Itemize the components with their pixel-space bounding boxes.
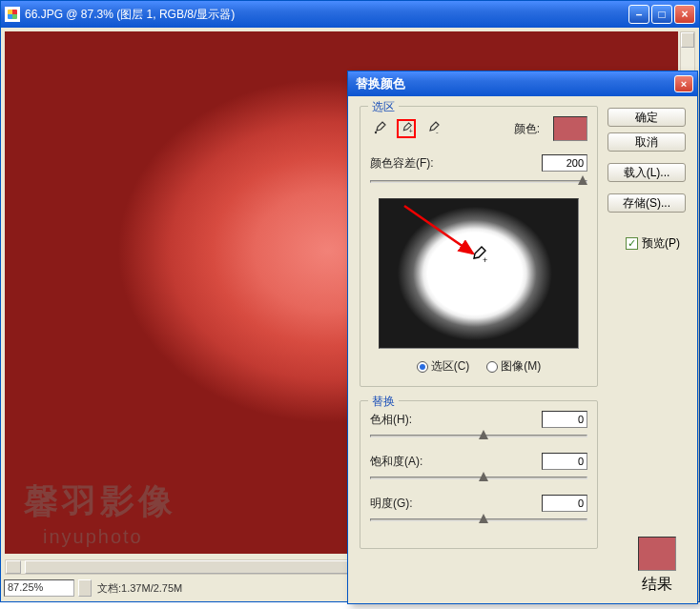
replace-color-dialog: 替换颜色 × 选区 + - 颜色: 颜色容差(F):: [347, 71, 698, 604]
doc-titlebar: 66.JPG @ 87.3% (图层 1, RGB/8/显示器) – □ ×: [1, 1, 699, 28]
radio-selection-icon: [417, 361, 428, 373]
cancel-button[interactable]: 取消: [607, 132, 686, 152]
radio-selection[interactable]: 选区(C): [417, 358, 470, 375]
svg-point-0: [375, 132, 377, 133]
hue-slider[interactable]: [370, 430, 587, 443]
preview-checkbox[interactable]: ✓ 预览(P): [626, 235, 680, 252]
fuzziness-label: 颜色容差(F):: [370, 155, 536, 172]
zoom-input[interactable]: 87.25%: [4, 579, 74, 597]
preview-checkbox-label: 预览(P): [642, 235, 680, 252]
doc-info-value: 1.37M/2.75M: [121, 582, 182, 594]
saturation-label: 饱和度(A):: [370, 454, 427, 470]
selection-group: 选区 + - 颜色: 颜色容差(F):: [360, 106, 598, 387]
lightness-slider[interactable]: [370, 514, 587, 527]
saturation-input[interactable]: [542, 453, 587, 470]
fuzziness-input[interactable]: [542, 154, 587, 172]
saturation-slider[interactable]: [370, 472, 587, 485]
hue-input[interactable]: [542, 411, 587, 428]
preview-mode-radios: 选区(C) 图像(M): [370, 358, 587, 375]
svg-text:-: -: [436, 128, 439, 136]
lightness-input[interactable]: [542, 495, 587, 512]
dialog-titlebar[interactable]: 替换颜色 ×: [348, 71, 697, 96]
selection-preview[interactable]: [379, 198, 579, 349]
minimize-button[interactable]: –: [628, 5, 649, 24]
fuzziness-slider[interactable]: [370, 175, 587, 189]
maximize-button[interactable]: □: [651, 5, 672, 24]
lightness-row: 明度(G):: [370, 495, 587, 512]
window-controls: – □ ×: [628, 1, 699, 28]
doc-info-label: 文档:: [97, 581, 121, 596]
hue-label: 色相(H):: [370, 412, 427, 428]
result-label: 结果: [642, 575, 672, 595]
ok-button[interactable]: 确定: [607, 108, 686, 127]
svg-text:+: +: [409, 128, 413, 134]
eyedropper-add-icon[interactable]: +: [397, 119, 416, 138]
radio-image[interactable]: 图像(M): [486, 358, 541, 375]
watermark-text-1: 馨羽影像: [24, 478, 176, 525]
dialog-button-column: 确定 取消 载入(L)... 存储(S)...: [607, 108, 686, 213]
slider-track: [370, 180, 587, 183]
slider-thumb[interactable]: [578, 175, 587, 185]
load-button[interactable]: 载入(L)...: [607, 163, 686, 182]
dialog-title: 替换颜色: [356, 75, 674, 92]
checkbox-icon: ✓: [626, 237, 638, 250]
document-title: 66.JPG @ 87.3% (图层 1, RGB/8/显示器): [25, 7, 628, 23]
scroll-left-icon[interactable]: [6, 560, 21, 574]
result-column: 结果: [638, 537, 676, 595]
lightness-label: 明度(G):: [370, 496, 427, 512]
eyedropper-subtract-icon[interactable]: -: [423, 119, 443, 138]
close-button[interactable]: ×: [674, 5, 695, 24]
color-label: 颜色:: [514, 121, 540, 137]
eyedropper-icon[interactable]: [370, 119, 389, 138]
scroll-up-icon[interactable]: [681, 32, 694, 48]
save-button[interactable]: 存储(S)...: [607, 193, 686, 213]
saturation-row: 饱和度(A):: [370, 453, 587, 470]
hue-row: 色相(H):: [370, 411, 587, 428]
app-icon: [5, 7, 20, 22]
result-swatch[interactable]: [638, 537, 676, 571]
replace-group-label: 替换: [368, 394, 399, 410]
selection-group-label: 选区: [368, 99, 399, 115]
eyedropper-row: + - 颜色:: [370, 116, 587, 141]
watermark-text-2: inyuphoto: [43, 526, 143, 548]
fuzziness-row: 颜色容差(F):: [370, 154, 587, 172]
statusbar-menu-icon[interactable]: [78, 579, 92, 597]
color-swatch[interactable]: [553, 116, 587, 141]
radio-image-icon: [486, 361, 498, 373]
dialog-close-button[interactable]: ×: [674, 75, 693, 92]
replace-group: 替换 色相(H): 饱和度(A): 明度(G):: [360, 400, 598, 549]
preview-mask: [380, 199, 578, 348]
